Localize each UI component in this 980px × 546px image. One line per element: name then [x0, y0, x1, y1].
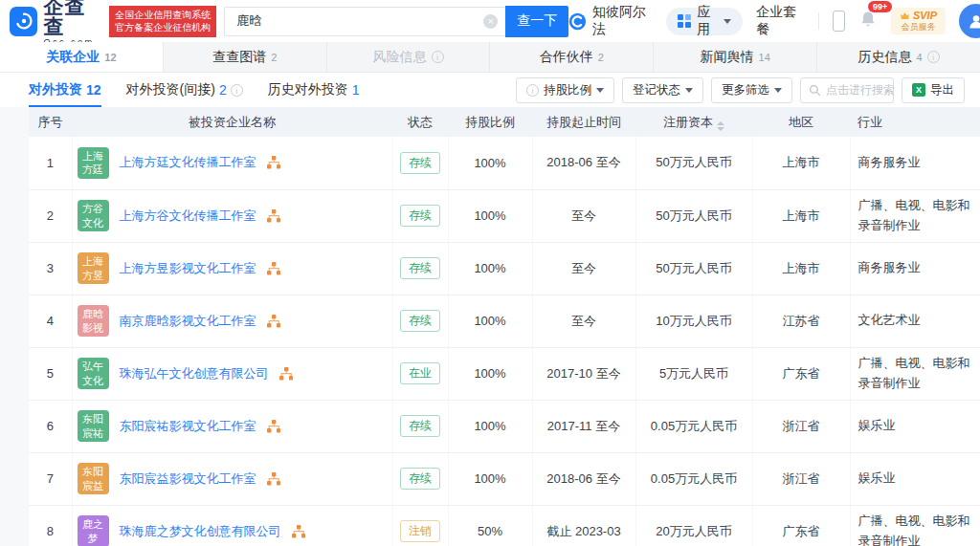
info-icon	[231, 84, 243, 97]
company-avatar[interactable]: 弘午文化	[78, 358, 109, 389]
tab-history-info[interactable]: 历史信息 4	[817, 42, 980, 72]
subtab-indirect-investment[interactable]: 对外投资(间接) 2	[126, 81, 243, 98]
company-name-link[interactable]: 东阳宸益影视文化工作室	[120, 470, 256, 488]
equity-structure-icon[interactable]	[267, 262, 280, 275]
tab-count: 12	[104, 52, 116, 63]
subtab-label: 对外投资	[29, 81, 82, 98]
company-avatar[interactable]: 东阳宸益	[78, 463, 109, 494]
filter-registration-status[interactable]: 登记状态	[622, 77, 703, 103]
filter-label: 持股比例	[544, 82, 591, 98]
table-row: 6 东阳宸祐 东阳宸祐影视文化工作室 存续 100% 2017-11 至今 0.…	[29, 400, 980, 452]
company-name-link[interactable]: 南京鹿晗影视文化工作室	[120, 313, 256, 330]
status-badge: 注销	[400, 520, 440, 542]
info-icon	[927, 51, 940, 63]
row-capital: 50万元人民币	[635, 189, 752, 242]
row-seq: 4	[29, 295, 72, 347]
equity-structure-icon[interactable]	[292, 525, 305, 538]
equity-structure-icon[interactable]	[279, 367, 293, 381]
status-badge: 存续	[400, 257, 440, 279]
row-capital: 0.05万元人民币	[635, 452, 752, 505]
search-button[interactable]: 查一下	[505, 6, 568, 37]
row-ratio: 100%	[448, 400, 532, 452]
brand-name: 企查查	[43, 0, 103, 36]
tab-related-companies[interactable]: 关联企业 12	[0, 42, 164, 72]
row-capital: 5万元人民币	[635, 347, 752, 400]
zhibi-alpha-link[interactable]: 知彼阿尔法	[568, 4, 653, 38]
row-industry: 商务服务业	[850, 137, 980, 189]
row-region: 江苏省	[752, 295, 850, 347]
company-name-link[interactable]: 东阳宸祐影视文化工作室	[120, 418, 256, 435]
subtab-outbound-investment[interactable]: 对外投资 12	[29, 81, 101, 98]
row-region: 浙江省	[752, 452, 850, 505]
row-industry: 娱乐业	[850, 452, 980, 505]
apps-menu[interactable]: 应用	[666, 8, 743, 35]
row-ratio: 100%	[448, 347, 532, 400]
subtab-count: 2	[219, 82, 227, 98]
company-avatar[interactable]: 上海方昱	[78, 252, 109, 284]
table-search-placeholder: 点击进行搜索	[826, 82, 895, 98]
company-avatar[interactable]: 方谷文化	[78, 200, 109, 231]
status-badge: 在业	[400, 362, 440, 384]
table-header-row: 序号 被投资企业名称 状态 持股比例 持股起止时间 注册资本 地区 行业	[29, 107, 980, 137]
company-avatar[interactable]: 东阳宸祐	[78, 410, 109, 442]
tab-risk-info[interactable]: 风险信息	[327, 42, 491, 72]
mobile-app-icon[interactable]	[833, 11, 845, 32]
bell-icon	[858, 10, 878, 29]
row-ratio: 50%	[448, 505, 532, 546]
equity-structure-icon[interactable]	[267, 420, 280, 433]
filter-more[interactable]: 更多筛选	[711, 77, 792, 103]
sub-tab-bar: 对外投资 12 对外投资(间接) 2 历史对外投资 1 持股比例 登记状态 更多…	[0, 73, 980, 107]
tab-news[interactable]: 新闻舆情 14	[654, 42, 817, 72]
svip-membership[interactable]: SVIP 会员服务	[891, 8, 946, 34]
equity-structure-icon[interactable]	[267, 209, 280, 223]
company-name-link[interactable]: 珠海鹿之梦文化创意有限公司	[120, 523, 281, 540]
equity-structure-icon[interactable]	[267, 472, 280, 486]
export-button[interactable]: 导出	[902, 77, 965, 103]
enterprise-package-link[interactable]: 企业套餐	[756, 4, 805, 38]
tab-count: 2	[598, 52, 604, 63]
table-search[interactable]: 点击进行搜索	[800, 77, 894, 103]
subtab-historical-investment[interactable]: 历史对外投资 1	[268, 81, 360, 98]
sort-icon[interactable]	[717, 121, 724, 131]
equity-structure-icon[interactable]	[267, 315, 280, 328]
row-period: 至今	[532, 242, 635, 295]
crown-icon	[900, 11, 910, 20]
company-avatar[interactable]: 上海方廷	[78, 147, 109, 179]
row-region: 广东省	[752, 347, 850, 400]
company-name-link[interactable]: 珠海弘午文化创意有限公司	[120, 365, 269, 382]
tab-count: 14	[759, 52, 770, 63]
table-row: 1 上海方廷 上海方廷文化传播工作室 存续 100% 2018-06 至今 50…	[29, 137, 980, 189]
col-capital-sortable[interactable]: 注册资本	[635, 107, 752, 137]
row-seq: 6	[29, 400, 72, 452]
tab-chacha-graph[interactable]: 查查图谱 2	[164, 42, 327, 72]
user-avatar[interactable]	[959, 4, 980, 38]
table-row: 4 鹿晗影视 南京鹿晗影视文化工作室 存续 100% 至今 10万元人民币 江苏…	[29, 295, 980, 347]
row-ratio: 100%	[448, 452, 532, 505]
top-header: 企查查 Qcc.com 全国企业信用查询系统 官方备案企业征信机构 查一下 知彼…	[0, 0, 980, 42]
company-name-link[interactable]: 上海方廷文化传播工作室	[120, 154, 256, 171]
row-region: 上海市	[752, 189, 850, 242]
tab-count: 2	[271, 52, 277, 63]
col-company-name: 被投资企业名称	[72, 107, 392, 137]
subtab-count: 1	[352, 82, 360, 98]
tab-partners[interactable]: 合作伙伴 2	[490, 42, 654, 72]
left-gutter	[0, 107, 29, 546]
investments-section: 序号 被投资企业名称 状态 持股比例 持股起止时间 注册资本 地区 行业 1 上…	[0, 107, 980, 546]
filter-shareholding-ratio[interactable]: 持股比例	[516, 77, 614, 103]
qcc-logo[interactable]: 企查查 Qcc.com	[10, 0, 103, 47]
company-avatar[interactable]: 鹿之梦	[78, 515, 109, 546]
subtab-label: 对外投资(间接)	[126, 81, 215, 98]
qcc-logo-icon	[10, 7, 37, 36]
company-name-link[interactable]: 上海方谷文化传播工作室	[120, 207, 256, 225]
notification-count-badge: 99+	[868, 1, 892, 12]
company-avatar[interactable]: 鹿晗影视	[78, 305, 109, 337]
search-input[interactable]	[224, 7, 505, 36]
notifications[interactable]: 99+	[858, 10, 878, 33]
status-badge: 存续	[400, 152, 440, 174]
row-capital: 50万元人民币	[635, 137, 752, 189]
col-seq: 序号	[29, 107, 72, 137]
company-name-link[interactable]: 上海方昱影视文化工作室	[120, 260, 256, 277]
clear-search-icon[interactable]	[483, 14, 498, 29]
equity-structure-icon[interactable]	[267, 156, 280, 169]
search-icon	[809, 84, 821, 97]
